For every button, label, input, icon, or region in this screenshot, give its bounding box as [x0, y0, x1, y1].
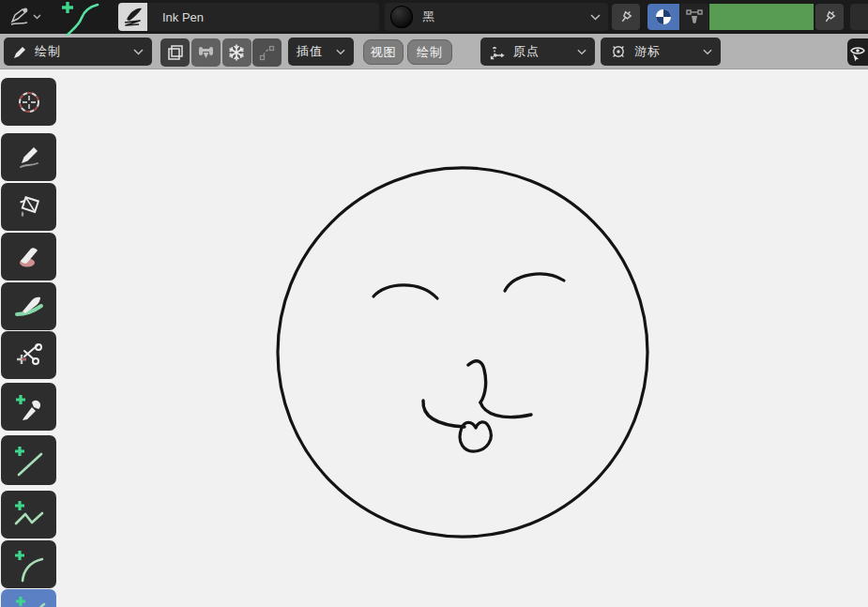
line-tool-icon — [10, 442, 48, 479]
top-header: Ink Pen 黑 — [0, 0, 868, 34]
tool-cutter[interactable] — [1, 331, 56, 379]
drawing-canvas[interactable] — [0, 0, 868, 607]
tool-fill[interactable] — [1, 183, 56, 231]
grease-pencil-stroke — [373, 285, 437, 298]
view-menu-label: 视图 — [371, 44, 397, 61]
cutter-tool-icon — [13, 340, 45, 372]
multiframe-icon — [167, 44, 184, 61]
tool-draw[interactable] — [1, 133, 56, 181]
vertex-color-swatch[interactable] — [709, 4, 814, 30]
stroke-placement-dropdown[interactable]: 原点 — [480, 38, 595, 66]
material-selector[interactable]: 黑 — [385, 3, 608, 31]
overlay-visibility-button[interactable] — [847, 38, 868, 66]
stroke-placement-label: 原点 — [513, 43, 540, 60]
material-sphere-icon — [654, 8, 673, 26]
grease-pencil-stroke — [423, 401, 464, 427]
chevron-down-icon — [577, 49, 586, 55]
view-menu-button[interactable]: 视图 — [363, 39, 404, 65]
material-color-mode-button[interactable] — [647, 4, 679, 30]
interpolate-label: 插值 — [297, 43, 323, 60]
arc-tool-icon — [10, 546, 48, 584]
draw-tool-icon — [14, 143, 44, 173]
pin-icon — [617, 8, 634, 25]
eye-cursor-icon — [847, 43, 868, 62]
pin-vertex-color-button[interactable] — [815, 4, 844, 30]
tool-eyedropper[interactable] — [1, 383, 56, 431]
erase-tool-icon — [14, 242, 44, 272]
tool-tint[interactable] — [1, 282, 56, 330]
clipped-header-field[interactable] — [850, 4, 868, 30]
active-tool-indicator — [53, 0, 105, 36]
cursor-tool-icon — [14, 87, 44, 117]
draw-menu-button[interactable]: 绘制 — [407, 39, 452, 65]
chevron-down-icon — [590, 14, 601, 21]
tool-curve[interactable] — [1, 589, 56, 607]
interpolate-dropdown[interactable]: 插值 — [288, 38, 354, 66]
vertex-color-mode-button[interactable] — [680, 4, 708, 30]
falloff-toggle-button[interactable] — [252, 38, 282, 67]
eyedropper-plus-icon — [12, 391, 46, 423]
fill-tool-icon — [14, 192, 44, 222]
automerge-toggle-button[interactable] — [191, 38, 221, 67]
grease-pencil-stroke — [505, 274, 564, 291]
chevron-down-icon — [703, 49, 712, 55]
pencil-icon — [12, 44, 28, 60]
tool-arc[interactable] — [1, 540, 56, 588]
polyline-tool-icon — [10, 497, 48, 533]
material-name: 黑 — [422, 8, 435, 25]
vertex-color-icon — [685, 8, 704, 26]
tool-cursor[interactable] — [1, 78, 56, 126]
grease-pencil-stroke — [480, 402, 531, 417]
automerge-icon — [197, 44, 215, 62]
brush-selector[interactable]: Ink Pen — [118, 3, 379, 31]
pin-material-button[interactable] — [612, 4, 640, 30]
ink-pen-brush-icon — [121, 5, 145, 29]
snowflake-icon — [227, 43, 246, 62]
grease-pencil-stroke — [278, 168, 647, 537]
cursor-gizmo-icon — [609, 42, 628, 61]
chevron-down-icon — [336, 49, 345, 55]
tool-erase[interactable] — [1, 233, 56, 281]
multiframe-toggle-button[interactable] — [160, 38, 190, 67]
drawing-plane-label: 游标 — [634, 43, 661, 60]
editor-type-selector[interactable] — [4, 4, 45, 30]
grease-pencil-editor-icon — [8, 7, 31, 27]
material-preview-sphere — [390, 6, 413, 28]
falloff-curve-icon — [258, 44, 276, 62]
draw-menu-label: 绘制 — [417, 44, 443, 61]
drawing-plane-dropdown[interactable]: 游标 — [601, 38, 721, 66]
grease-pencil-stroke — [468, 361, 486, 402]
freeze-toggle-button[interactable] — [222, 38, 251, 67]
origin-axes-icon — [489, 43, 507, 61]
tool-line[interactable] — [1, 435, 56, 485]
mode-label: 绘制 — [35, 43, 61, 60]
tint-tool-icon — [13, 292, 45, 322]
mode-selector[interactable]: 绘制 — [4, 38, 152, 66]
chevron-down-icon — [133, 49, 144, 55]
brush-name-field[interactable]: Ink Pen — [147, 3, 379, 31]
brush-thumbnail[interactable] — [118, 3, 147, 31]
tool-settings-header: 绘制 — [0, 34, 868, 69]
curve-tool-icon — [10, 590, 48, 607]
curve-tool-icon — [53, 0, 105, 36]
pin-icon — [821, 8, 838, 25]
chevron-down-icon — [33, 14, 41, 20]
tool-polyline[interactable] — [1, 491, 56, 539]
